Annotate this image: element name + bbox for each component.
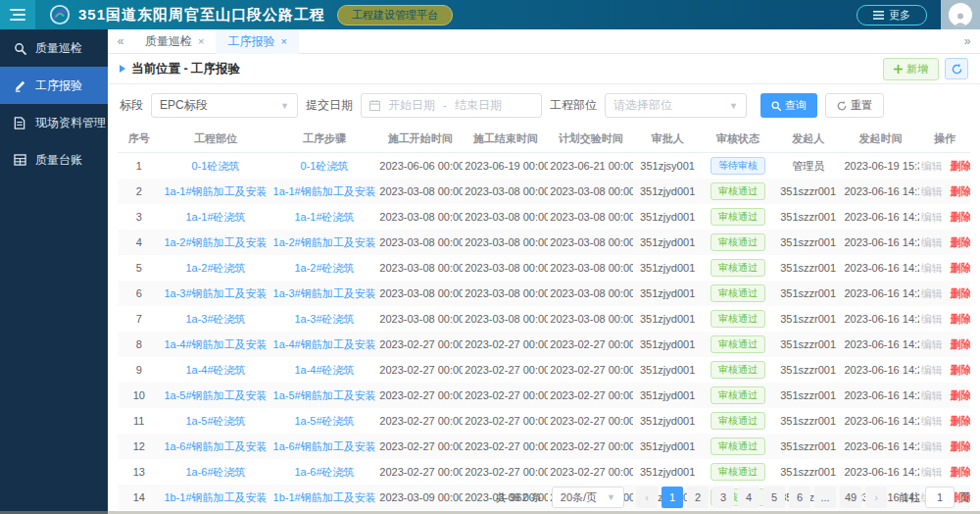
table-row[interactable]: 2 1a-1#钢筋加工及安装 1a-1#钢筋加工及安装 2023-03-08 0… [118, 179, 970, 204]
delete-link[interactable]: 删除 [951, 262, 970, 274]
page-button[interactable]: 5 [763, 487, 785, 508]
tab-quality-patrol[interactable]: 质量巡检 × [133, 29, 216, 54]
step-link[interactable]: 1a-4#砼浇筑 [271, 357, 378, 383]
section-select[interactable]: EPC标段 ▼ [151, 93, 298, 118]
page-button[interactable]: 49 [840, 487, 861, 508]
tab-process-inspection[interactable]: 工序报验 × [216, 29, 298, 54]
delete-link[interactable]: 删除 [951, 440, 970, 452]
delete-link[interactable]: 删除 [951, 160, 970, 172]
table-row[interactable]: 8 1a-4#钢筋加工及安装 1a-4#钢筋加工及安装 2023-02-27 0… [118, 332, 970, 357]
part-link[interactable]: 1a-2#砼浇筑 [161, 255, 271, 281]
step-link[interactable]: 1a-1#钢筋加工及安装 [271, 179, 378, 204]
edit-link[interactable]: 编辑 [921, 466, 943, 478]
edit-link[interactable]: 编辑 [921, 211, 943, 223]
sidebar-item-process-inspection[interactable]: 工序报验 [0, 67, 108, 104]
delete-link[interactable]: 删除 [951, 415, 970, 427]
date-range-picker[interactable]: 开始日期 - 结束日期 [361, 93, 542, 118]
edit-link[interactable]: 编辑 [921, 389, 943, 401]
step-link[interactable]: 1a-6#钢筋加工及安装 [271, 434, 378, 459]
part-link[interactable]: 1a-5#钢筋加工及安装 [161, 383, 271, 408]
table-row[interactable]: 6 1a-3#钢筋加工及安装 1a-3#钢筋加工及安装 2023-03-08 0… [118, 281, 970, 306]
part-select[interactable]: 请选择部位 ▼ [605, 93, 747, 118]
edit-link[interactable]: 编辑 [921, 236, 943, 248]
sidebar-item-quality-patrol[interactable]: 质量巡检 [0, 29, 108, 67]
table-row[interactable]: 4 1a-2#钢筋加工及安装 1a-2#钢筋加工及安装 2023-03-08 0… [118, 230, 970, 255]
more-button[interactable]: 更多 [857, 5, 927, 26]
table-row[interactable]: 10 1a-5#钢筋加工及安装 1a-5#钢筋加工及安装 2023-02-27 … [118, 383, 970, 408]
edit-link[interactable]: 编辑 [921, 313, 943, 325]
table-row[interactable]: 3 1a-1#砼浇筑 1a-1#砼浇筑 2023-03-08 00:00 202… [118, 204, 970, 230]
step-link[interactable]: 1a-2#砼浇筑 [271, 255, 378, 281]
start-time: 2023-03-08 00:00 [377, 230, 463, 255]
delete-link[interactable]: 删除 [951, 287, 970, 299]
edit-link[interactable]: 编辑 [921, 338, 943, 350]
refresh-button[interactable] [945, 58, 968, 79]
step-link[interactable]: 1b-1#钢筋加工及安装 [271, 485, 378, 510]
part-link[interactable]: 1a-6#钢筋加工及安装 [161, 434, 271, 459]
part-link[interactable]: 1a-3#砼浇筑 [161, 306, 271, 332]
delete-link[interactable]: 删除 [951, 185, 970, 197]
prev-page-button[interactable]: ‹ [636, 487, 658, 508]
delete-link[interactable]: 删除 [951, 364, 970, 376]
page-ellipsis[interactable]: ... [814, 487, 836, 508]
delete-link[interactable]: 删除 [951, 389, 970, 401]
page-button[interactable]: 2 [687, 487, 709, 508]
delete-link[interactable]: 删除 [951, 236, 970, 248]
part-link[interactable]: 0-1砼浇筑 [161, 153, 271, 180]
table-row[interactable]: 9 1a-4#砼浇筑 1a-4#砼浇筑 2023-02-27 00:00 202… [118, 357, 970, 383]
page-button[interactable]: 6 [789, 487, 810, 508]
delete-link[interactable]: 删除 [951, 338, 970, 350]
tabs-scroll-right-icon[interactable]: » [955, 34, 980, 48]
step-link[interactable]: 1a-5#砼浇筑 [271, 408, 378, 434]
edit-link[interactable]: 编辑 [921, 415, 943, 427]
page-button[interactable]: 3 [712, 487, 734, 508]
menu-toggle-button[interactable] [0, 0, 35, 29]
step-link[interactable]: 1a-2#钢筋加工及安装 [271, 230, 378, 255]
page-button[interactable]: 4 [738, 487, 760, 508]
part-link[interactable]: 1a-3#钢筋加工及安装 [161, 281, 271, 306]
part-link[interactable]: 1a-6#砼浇筑 [161, 459, 271, 485]
part-link[interactable]: 1a-1#钢筋加工及安装 [161, 179, 271, 204]
goto-page-input[interactable] [925, 487, 955, 508]
sidebar-item-site-documents[interactable]: 现场资料管理 [0, 104, 108, 141]
step-link[interactable]: 1a-1#砼浇筑 [271, 204, 378, 230]
step-link[interactable]: 1a-5#钢筋加工及安装 [271, 383, 378, 408]
step-link[interactable]: 1a-3#钢筋加工及安装 [271, 281, 378, 306]
delete-link[interactable]: 删除 [951, 466, 970, 478]
edit-link[interactable]: 编辑 [921, 160, 943, 172]
edit-link[interactable]: 编辑 [921, 185, 943, 197]
step-link[interactable]: 0-1砼浇筑 [271, 153, 378, 180]
part-link[interactable]: 1a-5#砼浇筑 [161, 408, 271, 434]
add-button[interactable]: 新增 [883, 58, 939, 80]
table-row[interactable]: 12 1a-6#钢筋加工及安装 1a-6#钢筋加工及安装 2023-02-27 … [118, 434, 970, 459]
delete-link[interactable]: 删除 [951, 211, 970, 223]
edit-link[interactable]: 编辑 [921, 262, 943, 274]
table-row[interactable]: 7 1a-3#砼浇筑 1a-3#砼浇筑 2023-03-08 00:00 202… [118, 306, 970, 332]
table-row[interactable]: 13 1a-6#砼浇筑 1a-6#砼浇筑 2023-02-27 00:00 20… [118, 459, 970, 485]
step-link[interactable]: 1a-6#砼浇筑 [271, 459, 378, 485]
part-link[interactable]: 1b-1#钢筋加工及安装 [161, 485, 271, 510]
next-page-button[interactable]: › [865, 487, 887, 508]
part-link[interactable]: 1a-1#砼浇筑 [161, 204, 271, 230]
delete-link[interactable]: 删除 [951, 313, 970, 325]
edit-link[interactable]: 编辑 [921, 364, 943, 376]
search-button[interactable]: 查询 [760, 93, 817, 118]
reset-button[interactable]: 重置 [825, 93, 884, 118]
part-link[interactable]: 1a-4#钢筋加工及安装 [161, 332, 271, 357]
table-row[interactable]: 5 1a-2#砼浇筑 1a-2#砼浇筑 2023-03-08 00:00 202… [118, 255, 970, 281]
page-size-select[interactable]: 20条/页 ▼ [552, 487, 624, 508]
close-icon[interactable]: × [198, 35, 204, 47]
step-link[interactable]: 1a-4#钢筋加工及安装 [271, 332, 378, 357]
page-button[interactable]: 1 [662, 487, 683, 508]
part-link[interactable]: 1a-2#钢筋加工及安装 [161, 230, 271, 255]
user-avatar[interactable] [941, 0, 980, 29]
edit-link[interactable]: 编辑 [921, 287, 943, 299]
tabs-scroll-left-icon[interactable]: « [108, 34, 133, 48]
step-link[interactable]: 1a-3#砼浇筑 [271, 306, 378, 332]
edit-link[interactable]: 编辑 [921, 440, 943, 452]
part-link[interactable]: 1a-4#砼浇筑 [161, 357, 271, 383]
close-icon[interactable]: × [280, 35, 286, 47]
sidebar-item-quality-ledger[interactable]: 质量台账 [0, 141, 108, 179]
table-row[interactable]: 1 0-1砼浇筑 0-1砼浇筑 2023-06-06 00:00 2023-06… [118, 153, 970, 180]
table-row[interactable]: 11 1a-5#砼浇筑 1a-5#砼浇筑 2023-02-27 00:00 20… [118, 408, 970, 434]
